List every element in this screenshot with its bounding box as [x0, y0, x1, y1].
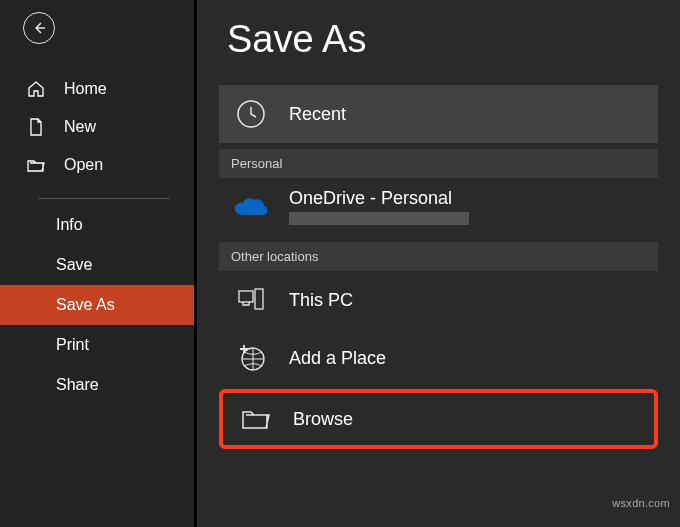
document-icon: [26, 117, 46, 137]
nav-save[interactable]: Save: [0, 245, 194, 285]
nav-print-label: Print: [56, 336, 89, 354]
nav-home-label: Home: [64, 80, 107, 98]
section-other: Other locations: [219, 242, 658, 271]
watermark: wsxdn.com: [612, 497, 670, 509]
nav-info-label: Info: [56, 216, 83, 234]
location-thispc[interactable]: This PC: [219, 271, 658, 329]
location-onedrive-text: OneDrive - Personal: [289, 189, 469, 226]
this-pc-icon: [229, 278, 273, 322]
browse-highlight: Browse: [219, 389, 658, 449]
folder-browse-icon: [233, 397, 277, 441]
svg-rect-1: [239, 291, 253, 302]
location-addplace-label: Add a Place: [289, 348, 386, 369]
nav-home[interactable]: Home: [0, 70, 194, 108]
back-button[interactable]: [23, 12, 55, 44]
nav-new-label: New: [64, 118, 96, 136]
nav-open-label: Open: [64, 156, 103, 174]
clock-icon: [229, 92, 273, 136]
svg-rect-2: [255, 289, 263, 309]
location-onedrive-label: OneDrive - Personal: [289, 188, 452, 208]
folder-open-icon: [26, 155, 46, 175]
arrow-left-icon: [31, 20, 47, 36]
location-browse-label: Browse: [293, 409, 353, 430]
nav-print[interactable]: Print: [0, 325, 194, 365]
nav-save-label: Save: [56, 256, 92, 274]
location-browse[interactable]: Browse: [223, 393, 654, 445]
nav-save-as[interactable]: Save As: [0, 285, 194, 325]
nav-info[interactable]: Info: [0, 205, 194, 245]
location-onedrive-subtext: [289, 212, 469, 225]
location-addplace[interactable]: Add a Place: [219, 329, 658, 387]
location-recent-label: Recent: [289, 104, 346, 125]
nav-save-as-label: Save As: [56, 296, 115, 314]
section-personal: Personal: [219, 149, 658, 178]
home-icon: [26, 79, 46, 99]
nav-share[interactable]: Share: [0, 365, 194, 405]
location-onedrive[interactable]: OneDrive - Personal: [219, 178, 658, 236]
add-place-globe-icon: [229, 336, 273, 380]
onedrive-cloud-icon: [229, 185, 273, 229]
nav-new[interactable]: New: [0, 108, 194, 146]
nav-divider: [38, 198, 170, 199]
location-thispc-label: This PC: [289, 290, 353, 311]
nav-share-label: Share: [56, 376, 99, 394]
location-recent[interactable]: Recent: [219, 85, 658, 143]
page-title: Save As: [197, 0, 680, 85]
nav-open[interactable]: Open: [0, 146, 194, 184]
